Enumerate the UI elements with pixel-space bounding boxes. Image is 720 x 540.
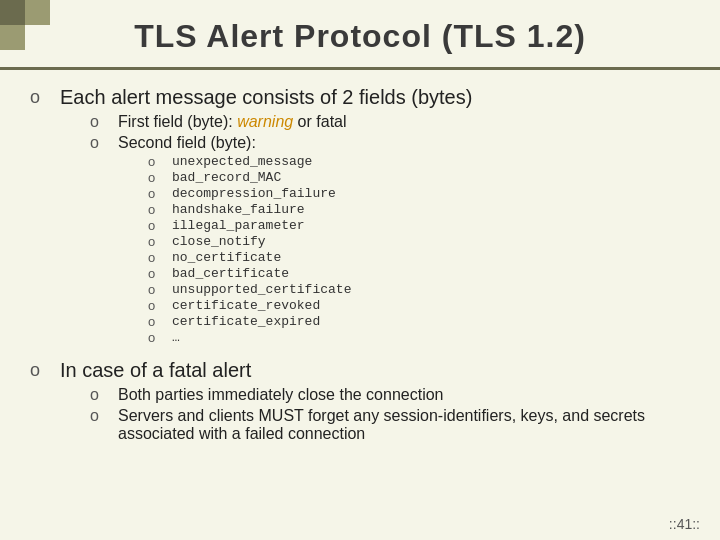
fatal-sub-bullets: o Both parties immediately close the con… — [60, 386, 670, 443]
sub-bullet-1-suffix: or fatal — [293, 113, 346, 130]
code-item-bullet: o — [148, 154, 162, 169]
slide-content: o Each alert message consists of 2 field… — [0, 70, 720, 466]
code-item-value: no_certificate — [172, 250, 281, 265]
fatal-sub-2-text: Servers and clients MUST forget any sess… — [118, 407, 670, 443]
code-item-value: illegal_parameter — [172, 218, 305, 233]
main-bullet-1: o Each alert message consists of 2 field… — [30, 86, 670, 349]
code-list: ounexpected_messageobad_record_MACodecom… — [118, 154, 351, 345]
corner-decoration — [0, 0, 50, 50]
code-item-value: decompression_failure — [172, 186, 336, 201]
code-item: oillegal_parameter — [148, 218, 351, 233]
sub-bullet-1-text: First field (byte): warning or fatal — [118, 113, 347, 131]
main-bullet-2: o In case of a fatal alert o Both partie… — [30, 359, 670, 446]
code-item-bullet: o — [148, 266, 162, 281]
code-item: obad_certificate — [148, 266, 351, 281]
slide: TLS Alert Protocol (TLS 1.2) o Each aler… — [0, 0, 720, 540]
code-item: ounsupported_certificate — [148, 282, 351, 297]
sub-bullet-1-prefix: First field (byte): — [118, 113, 237, 130]
sub-bullet-icon-2: o — [90, 134, 106, 152]
code-item: oclose_notify — [148, 234, 351, 249]
code-item: ono_certificate — [148, 250, 351, 265]
code-item-bullet: o — [148, 218, 162, 233]
fatal-sub-icon-2: o — [90, 407, 106, 425]
code-item-bullet: o — [148, 250, 162, 265]
code-item-bullet: o — [148, 170, 162, 185]
sub-bullet-2: o Second field (byte): ounexpected_messa… — [90, 134, 472, 346]
code-item: ocertificate_expired — [148, 314, 351, 329]
code-item-value: bad_record_MAC — [172, 170, 281, 185]
code-item-value: certificate_expired — [172, 314, 320, 329]
code-item: ocertificate_revoked — [148, 298, 351, 313]
code-item-value: certificate_revoked — [172, 298, 320, 313]
code-item: ohandshake_failure — [148, 202, 351, 217]
bullet-icon-2: o — [30, 360, 46, 381]
sub-bullet-2-text: Second field (byte): — [118, 134, 256, 151]
code-item-bullet: o — [148, 314, 162, 329]
code-item-bullet: o — [148, 186, 162, 201]
code-item-value: handshake_failure — [172, 202, 305, 217]
main-bullet-1-text: Each alert message consists of 2 fields … — [60, 86, 472, 108]
warning-text: warning — [237, 113, 293, 130]
code-item-bullet: o — [148, 298, 162, 313]
code-item: obad_record_MAC — [148, 170, 351, 185]
code-item-bullet: o — [148, 234, 162, 249]
fatal-sub-1-text: Both parties immediately close the conne… — [118, 386, 444, 404]
code-item-value: unsupported_certificate — [172, 282, 351, 297]
code-item: odecompression_failure — [148, 186, 351, 201]
code-item-bullet: o — [148, 282, 162, 297]
page-number: ::41:: — [669, 516, 700, 532]
main-bullet-2-text: In case of a fatal alert — [60, 359, 251, 381]
slide-title: TLS Alert Protocol (TLS 1.2) — [60, 18, 660, 55]
code-item: o… — [148, 330, 351, 345]
code-item-bullet: o — [148, 202, 162, 217]
bullet-icon-1: o — [30, 87, 46, 108]
fatal-sub-2: o Servers and clients MUST forget any se… — [90, 407, 670, 443]
fatal-sub-icon-1: o — [90, 386, 106, 404]
code-item-value: … — [172, 330, 180, 345]
code-item-value: unexpected_message — [172, 154, 312, 169]
code-item-value: close_notify — [172, 234, 266, 249]
code-item-bullet: o — [148, 330, 162, 345]
slide-header: TLS Alert Protocol (TLS 1.2) — [0, 0, 720, 70]
sub-bullet-icon-1: o — [90, 113, 106, 131]
fatal-sub-1: o Both parties immediately close the con… — [90, 386, 670, 404]
code-item: ounexpected_message — [148, 154, 351, 169]
sub-bullet-1: o First field (byte): warning or fatal — [90, 113, 472, 131]
sub-bullets-group: o First field (byte): warning or fatal o… — [60, 113, 472, 346]
code-item-value: bad_certificate — [172, 266, 289, 281]
